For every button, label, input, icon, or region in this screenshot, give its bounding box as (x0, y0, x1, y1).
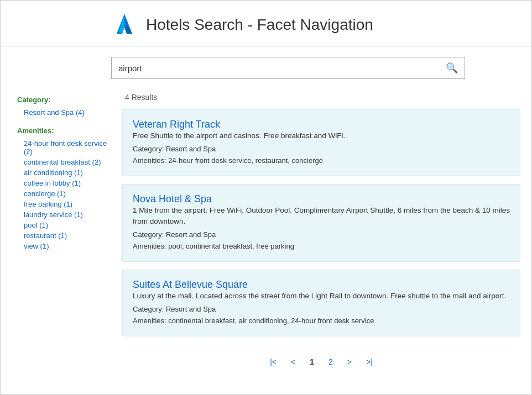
facet-amenity-8[interactable]: restaurant (1) (17, 230, 111, 241)
search-box: 🔍 (111, 57, 465, 79)
result-description-3: Luxury at the mall. Located across the s… (133, 291, 510, 302)
pagination: |< < 1 2 > >| (122, 344, 520, 374)
pagination-first[interactable]: |< (265, 355, 281, 368)
facet-amenity-5[interactable]: free parking (1) (17, 199, 111, 209)
pagination-prev[interactable]: < (286, 355, 300, 368)
search-button[interactable]: 🔍 (439, 57, 465, 78)
sidebar: Category: Resort and Spa (4) Amenities: … (1, 85, 122, 385)
main-layout: Category: Resort and Spa (4) Amenities: … (1, 85, 531, 385)
result-category-1: Category: Resort and Spa (133, 144, 510, 155)
facet-amenity-9[interactable]: view (1) (17, 241, 111, 251)
results-count: 4 Results (122, 93, 520, 102)
facet-amenity-2[interactable]: air conditioning (1) (17, 167, 111, 178)
result-card-1: Veteran Right Track Free Shuttle to the … (122, 109, 520, 176)
search-icon: 🔍 (446, 62, 458, 73)
result-card-3: Suites At Bellevue Square Luxury at the … (122, 270, 520, 336)
result-amenities-1: Amenities: 24-hour front desk service, r… (133, 155, 510, 167)
result-category-2: Category: Resort and Spa (133, 229, 510, 241)
result-amenities-2: Amenities: pool, continental breakfast, … (133, 241, 510, 252)
results-area: 4 Results Veteran Right Track Free Shutt… (122, 85, 531, 385)
facet-amenity-0[interactable]: 24-hour front desk service (2) (17, 138, 111, 157)
facet-amenity-3[interactable]: coffee in lobby (1) (17, 178, 111, 188)
svg-marker-1 (119, 14, 124, 34)
result-description-2: 1 Mile from the airport. Free WiFi, Outd… (133, 205, 510, 228)
header: Hotels Search - Facet Navigation (1, 1, 531, 47)
result-card-2: Nova Hotel & Spa 1 Mile from the airport… (122, 184, 520, 262)
search-section: 🔍 (1, 47, 531, 85)
facet-amenity-1[interactable]: continental breakfast (2) (17, 157, 111, 167)
amenities-facet-group: Amenities: 24-hour front desk service (2… (17, 127, 111, 251)
amenities-label: Amenities: (17, 127, 111, 135)
result-description-1: Free Shuttle to the airport and casinos.… (133, 130, 510, 141)
result-title-1[interactable]: Veteran Right Track (133, 119, 220, 130)
result-title-3[interactable]: Suites At Bellevue Square (133, 279, 248, 290)
facet-amenity-4[interactable]: concierge (1) (17, 188, 111, 199)
category-label: Category: (17, 96, 111, 104)
facet-category-resort-spa[interactable]: Resort and Spa (4) (17, 107, 111, 118)
page-title: Hotels Search - Facet Navigation (146, 16, 373, 34)
result-category-3: Category: Resort and Spa (133, 304, 510, 315)
facet-amenity-7[interactable]: pool (1) (17, 220, 111, 230)
category-facet-group: Category: Resort and Spa (4) (17, 96, 111, 118)
result-title-2[interactable]: Nova Hotel & Spa (133, 193, 212, 204)
pagination-next[interactable]: > (343, 355, 356, 368)
azure-logo-icon (111, 12, 138, 38)
pagination-page1[interactable]: 1 (305, 355, 319, 368)
search-input[interactable] (112, 59, 439, 77)
result-amenities-3: Amenities: continental breakfast, air co… (133, 315, 510, 327)
pagination-page2[interactable]: 2 (324, 355, 337, 368)
facet-amenity-6[interactable]: laundry service (1) (17, 209, 111, 220)
pagination-last[interactable]: >| (362, 355, 377, 368)
